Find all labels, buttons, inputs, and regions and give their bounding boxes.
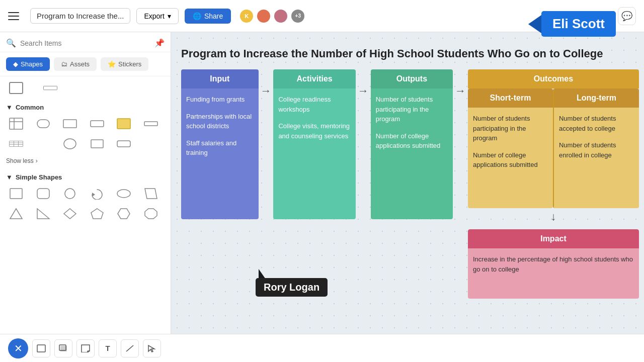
chevron-down-icon: ▼ (6, 104, 13, 111)
activities-item-1: College readiness workshops (278, 95, 351, 114)
svg-marker-26 (64, 209, 76, 219)
diagram: Program to Increase the Number of High S… (181, 47, 639, 299)
shape-cycle[interactable] (87, 185, 107, 202)
long-term-item-2: Number of students enrolled in college (559, 140, 634, 160)
diagram-title: Program to Increase the Number of High S… (181, 47, 639, 60)
avatar-more: +3 (290, 9, 305, 24)
search-bar: 🔍 📌 (0, 32, 171, 52)
svg-marker-25 (37, 209, 49, 219)
show-less-button[interactable]: Show less › (6, 156, 165, 165)
shadow-rect-tool[interactable] (54, 339, 72, 357)
chevron-down-icon: ▼ (6, 173, 13, 181)
svg-rect-2 (10, 118, 23, 129)
shape-rounded-rect[interactable] (33, 115, 53, 132)
shape-preview-2[interactable] (30, 79, 70, 97)
arrow-outcomes-impact: ↓ (468, 208, 639, 225)
activities-column: Activities College readiness workshops C… (273, 69, 356, 219)
shape-diamond[interactable] (60, 205, 80, 222)
shape-table[interactable] (6, 115, 26, 132)
shape-right-triangle[interactable] (33, 205, 53, 222)
common-section-header[interactable]: ▼ Common (6, 104, 165, 111)
short-term-body: Number of students participating in the … (468, 108, 553, 208)
input-item-1: Funding from grants (186, 95, 254, 105)
share-button[interactable]: 🌐 Share (185, 9, 231, 24)
outcomes-cols: Short-term Number of students participat… (468, 88, 639, 208)
input-header: Input (181, 69, 259, 88)
input-body: Funding from grants Partnerships with lo… (181, 88, 259, 219)
shape-grid-table[interactable] (6, 135, 26, 152)
collaborators-avatars: K +3 (239, 9, 305, 24)
svg-marker-28 (118, 209, 130, 219)
outputs-item-1: Number of students participating in the … (376, 95, 448, 124)
short-term-header: Short-term (468, 88, 553, 108)
svg-marker-29 (145, 209, 157, 219)
input-item-3: Staff salaries and training (186, 138, 254, 158)
search-icon: 🔍 (6, 38, 16, 48)
search-input[interactable] (20, 39, 150, 47)
tab-shapes[interactable]: ◆ Shapes (6, 57, 50, 71)
arrow-outputs-outcomes: → (453, 84, 468, 98)
shape-pentagon[interactable] (87, 205, 107, 222)
simple-shapes-header[interactable]: ▼ Simple Shapes (6, 173, 165, 181)
common-shapes-grid (6, 115, 165, 152)
canvas[interactable]: Program to Increase the Number of High S… (171, 32, 644, 362)
shape-hexagon[interactable] (114, 205, 134, 222)
svg-rect-6 (63, 120, 76, 128)
svg-rect-7 (91, 121, 104, 127)
document-title: Program to Increase the... (30, 8, 130, 24)
shape-square[interactable] (6, 185, 26, 202)
text-tool[interactable]: T (99, 339, 117, 357)
outcomes-wrapper: Outcomes Short-term Number of students p… (468, 69, 639, 299)
shape-oval[interactable] (114, 185, 134, 202)
arrow-activities-outputs: → (356, 84, 371, 98)
svg-marker-37 (148, 345, 154, 352)
svg-marker-21 (92, 193, 95, 197)
pointer-tool[interactable] (143, 339, 161, 357)
activities-header: Activities (273, 69, 356, 88)
rectangle-tool[interactable] (32, 339, 50, 357)
shape-plain-rect[interactable] (87, 135, 107, 152)
shape-wide-line[interactable] (141, 115, 161, 132)
long-term-body: Number of students accepted to college N… (554, 108, 639, 208)
diagram-flow: Input Funding from grants Partnerships w… (181, 69, 639, 299)
svg-rect-19 (37, 189, 49, 199)
pin-icon[interactable]: 📌 (154, 38, 165, 48)
globe-icon: 🌐 (193, 12, 201, 20)
shape-wide-rect[interactable] (60, 115, 80, 132)
avatar-2 (256, 9, 271, 24)
simple-shapes-grid (6, 185, 165, 222)
input-item-2: Partnerships with local school districts (186, 112, 254, 131)
svg-rect-10 (10, 141, 23, 147)
tab-stickers[interactable]: ⭐ Stickers (101, 57, 148, 71)
chat-button[interactable]: 💬 (618, 7, 636, 25)
note-tool[interactable] (76, 339, 95, 357)
tab-assets[interactable]: 🗂 Assets (54, 57, 97, 71)
chevron-right-icon: › (36, 157, 38, 164)
shapes-tab-icon: ◆ (13, 60, 18, 68)
shape-wide-rect2[interactable] (114, 135, 134, 152)
shape-parallelogram[interactable] (141, 185, 161, 202)
shape-preview-1[interactable] (6, 79, 26, 97)
shape-octagon[interactable] (141, 205, 161, 222)
svg-point-15 (64, 139, 76, 149)
impact-header: Impact (468, 229, 639, 248)
shape-rounded-square[interactable] (33, 185, 53, 202)
activities-item-2: College visits, mentoring and counseling… (278, 121, 351, 141)
outputs-body: Number of students participating in the … (371, 88, 453, 219)
shape-yellow-rect[interactable] (114, 115, 134, 132)
menu-button[interactable] (8, 8, 24, 24)
close-tool-button[interactable]: ✕ (8, 338, 28, 358)
shape-ellipse-small[interactable] (60, 135, 80, 152)
sidebar: 🔍 📌 ◆ Shapes 🗂 Assets ⭐ Stickers ▼ Commo… (0, 32, 171, 362)
shape-circle[interactable] (60, 185, 80, 202)
svg-rect-0 (10, 82, 23, 94)
line-tool[interactable] (121, 339, 139, 357)
export-button[interactable]: Export ▾ (136, 8, 178, 24)
shape-triangle[interactable] (6, 205, 26, 222)
bottom-toolbar: ✕ T (0, 334, 644, 362)
shape-input-field[interactable] (87, 115, 107, 132)
svg-rect-9 (144, 122, 157, 126)
chevron-down-icon: ▾ (168, 12, 171, 20)
arrow-input-activities: → (259, 84, 274, 98)
long-term-header: Long-term (554, 88, 639, 108)
